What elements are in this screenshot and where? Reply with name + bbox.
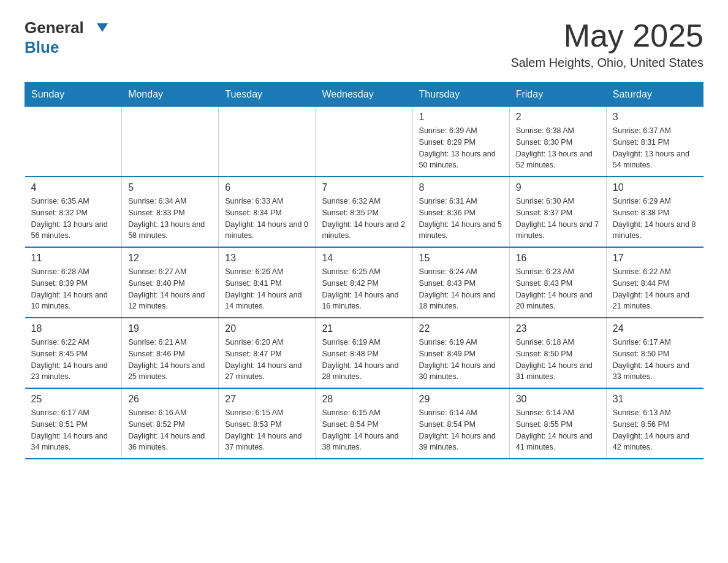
day-info: Sunrise: 6:21 AMSunset: 8:46 PMDaylight:…	[128, 337, 212, 383]
day-info: Sunrise: 6:17 AMSunset: 8:50 PMDaylight:…	[613, 337, 697, 383]
calendar-cell: 6Sunrise: 6:33 AMSunset: 8:34 PMDaylight…	[219, 177, 316, 247]
day-number: 29	[419, 394, 503, 405]
day-number: 31	[613, 394, 697, 405]
day-number: 12	[128, 253, 212, 264]
calendar-cell: 26Sunrise: 6:16 AMSunset: 8:52 PMDayligh…	[122, 388, 219, 459]
day-info: Sunrise: 6:30 AMSunset: 8:37 PMDaylight:…	[516, 196, 600, 242]
day-number: 26	[128, 394, 212, 405]
calendar-table: SundayMondayTuesdayWednesdayThursdayFrid…	[25, 82, 703, 459]
day-info: Sunrise: 6:33 AMSunset: 8:34 PMDaylight:…	[225, 196, 309, 242]
month-title: May 2025	[510, 18, 703, 53]
day-number: 7	[322, 182, 406, 193]
day-number: 1	[419, 112, 503, 123]
calendar-cell: 13Sunrise: 6:26 AMSunset: 8:41 PMDayligh…	[219, 247, 316, 318]
weekday-header-row: SundayMondayTuesdayWednesdayThursdayFrid…	[25, 83, 703, 107]
day-info: Sunrise: 6:14 AMSunset: 8:54 PMDaylight:…	[419, 407, 503, 453]
calendar-cell: 23Sunrise: 6:18 AMSunset: 8:50 PMDayligh…	[509, 318, 606, 388]
week-row-1: 1Sunrise: 6:39 AMSunset: 8:29 PMDaylight…	[25, 107, 703, 177]
calendar-cell: 19Sunrise: 6:21 AMSunset: 8:46 PMDayligh…	[122, 318, 219, 388]
calendar-header: SundayMondayTuesdayWednesdayThursdayFrid…	[25, 83, 703, 107]
calendar-cell: 30Sunrise: 6:14 AMSunset: 8:55 PMDayligh…	[509, 388, 606, 459]
day-number: 17	[613, 253, 697, 264]
location-title: Salem Heights, Ohio, United States	[510, 56, 703, 70]
calendar-cell: 10Sunrise: 6:29 AMSunset: 8:38 PMDayligh…	[606, 177, 703, 247]
day-info: Sunrise: 6:15 AMSunset: 8:54 PMDaylight:…	[322, 407, 406, 453]
day-number: 22	[419, 323, 503, 334]
day-number: 18	[31, 323, 116, 334]
day-info: Sunrise: 6:38 AMSunset: 8:30 PMDaylight:…	[516, 125, 600, 171]
header-right: May 2025 Salem Heights, Ohio, United Sta…	[510, 18, 703, 70]
day-info: Sunrise: 6:23 AMSunset: 8:43 PMDaylight:…	[516, 266, 600, 312]
svg-marker-0	[97, 23, 108, 32]
calendar-cell: 2Sunrise: 6:38 AMSunset: 8:30 PMDaylight…	[509, 107, 606, 177]
day-info: Sunrise: 6:32 AMSunset: 8:35 PMDaylight:…	[322, 196, 406, 242]
calendar-cell: 1Sunrise: 6:39 AMSunset: 8:29 PMDaylight…	[412, 107, 509, 177]
calendar-cell	[25, 107, 122, 177]
logo-blue: Blue	[25, 38, 59, 56]
calendar-cell: 5Sunrise: 6:34 AMSunset: 8:33 PMDaylight…	[122, 177, 219, 247]
day-number: 8	[419, 182, 503, 193]
calendar-cell: 11Sunrise: 6:28 AMSunset: 8:39 PMDayligh…	[25, 247, 122, 318]
day-number: 13	[225, 253, 309, 264]
weekday-header-tuesday: Tuesday	[219, 83, 316, 107]
week-row-5: 25Sunrise: 6:17 AMSunset: 8:51 PMDayligh…	[25, 388, 703, 459]
day-number: 5	[128, 182, 212, 193]
calendar-cell: 18Sunrise: 6:22 AMSunset: 8:45 PMDayligh…	[25, 318, 122, 388]
day-info: Sunrise: 6:14 AMSunset: 8:55 PMDaylight:…	[516, 407, 600, 453]
day-info: Sunrise: 6:22 AMSunset: 8:45 PMDaylight:…	[31, 337, 116, 383]
day-info: Sunrise: 6:26 AMSunset: 8:41 PMDaylight:…	[225, 266, 309, 312]
day-number: 3	[613, 112, 697, 123]
calendar-cell: 8Sunrise: 6:31 AMSunset: 8:36 PMDaylight…	[412, 177, 509, 247]
day-number: 30	[516, 394, 600, 405]
day-info: Sunrise: 6:19 AMSunset: 8:48 PMDaylight:…	[322, 337, 406, 383]
calendar-body: 1Sunrise: 6:39 AMSunset: 8:29 PMDaylight…	[25, 107, 703, 459]
day-info: Sunrise: 6:31 AMSunset: 8:36 PMDaylight:…	[419, 196, 503, 242]
day-number: 25	[31, 394, 116, 405]
day-info: Sunrise: 6:28 AMSunset: 8:39 PMDaylight:…	[31, 266, 116, 312]
calendar-cell: 25Sunrise: 6:17 AMSunset: 8:51 PMDayligh…	[25, 388, 122, 459]
calendar-cell	[219, 107, 316, 177]
calendar-cell	[316, 107, 412, 177]
week-row-2: 4Sunrise: 6:35 AMSunset: 8:32 PMDaylight…	[25, 177, 703, 247]
day-info: Sunrise: 6:15 AMSunset: 8:53 PMDaylight:…	[225, 407, 309, 453]
day-number: 10	[613, 182, 697, 193]
weekday-header-saturday: Saturday	[606, 83, 703, 107]
logo: General Blue	[25, 18, 108, 57]
day-number: 14	[322, 253, 406, 264]
calendar-cell: 3Sunrise: 6:37 AMSunset: 8:31 PMDaylight…	[606, 107, 703, 177]
week-row-3: 11Sunrise: 6:28 AMSunset: 8:39 PMDayligh…	[25, 247, 703, 318]
day-number: 15	[419, 253, 503, 264]
day-number: 20	[225, 323, 309, 334]
page-header: General Blue May 2025 Salem Heights, Ohi…	[25, 18, 703, 70]
day-info: Sunrise: 6:37 AMSunset: 8:31 PMDaylight:…	[613, 125, 697, 171]
calendar-cell: 16Sunrise: 6:23 AMSunset: 8:43 PMDayligh…	[509, 247, 606, 318]
day-number: 24	[613, 323, 697, 334]
day-number: 28	[322, 394, 406, 405]
day-info: Sunrise: 6:35 AMSunset: 8:32 PMDaylight:…	[31, 196, 116, 242]
day-info: Sunrise: 6:27 AMSunset: 8:40 PMDaylight:…	[128, 266, 212, 312]
day-info: Sunrise: 6:17 AMSunset: 8:51 PMDaylight:…	[31, 407, 116, 453]
day-info: Sunrise: 6:39 AMSunset: 8:29 PMDaylight:…	[419, 125, 503, 171]
calendar-cell: 21Sunrise: 6:19 AMSunset: 8:48 PMDayligh…	[316, 318, 412, 388]
day-number: 27	[225, 394, 309, 405]
calendar-cell: 29Sunrise: 6:14 AMSunset: 8:54 PMDayligh…	[412, 388, 509, 459]
calendar-cell: 14Sunrise: 6:25 AMSunset: 8:42 PMDayligh…	[316, 247, 412, 318]
day-info: Sunrise: 6:19 AMSunset: 8:49 PMDaylight:…	[419, 337, 503, 383]
calendar-cell: 27Sunrise: 6:15 AMSunset: 8:53 PMDayligh…	[219, 388, 316, 459]
weekday-header-sunday: Sunday	[25, 83, 122, 107]
day-number: 9	[516, 182, 600, 193]
day-info: Sunrise: 6:18 AMSunset: 8:50 PMDaylight:…	[516, 337, 600, 383]
day-number: 6	[225, 182, 309, 193]
day-info: Sunrise: 6:25 AMSunset: 8:42 PMDaylight:…	[322, 266, 406, 312]
calendar-cell: 9Sunrise: 6:30 AMSunset: 8:37 PMDaylight…	[509, 177, 606, 247]
weekday-header-friday: Friday	[509, 83, 606, 107]
day-number: 4	[31, 182, 116, 193]
week-row-4: 18Sunrise: 6:22 AMSunset: 8:45 PMDayligh…	[25, 318, 703, 388]
calendar-cell: 4Sunrise: 6:35 AMSunset: 8:32 PMDaylight…	[25, 177, 122, 247]
calendar-cell: 15Sunrise: 6:24 AMSunset: 8:43 PMDayligh…	[412, 247, 509, 318]
day-info: Sunrise: 6:22 AMSunset: 8:44 PMDaylight:…	[613, 266, 697, 312]
day-number: 16	[516, 253, 600, 264]
calendar-cell	[122, 107, 219, 177]
calendar-cell: 17Sunrise: 6:22 AMSunset: 8:44 PMDayligh…	[606, 247, 703, 318]
day-number: 11	[31, 253, 116, 264]
